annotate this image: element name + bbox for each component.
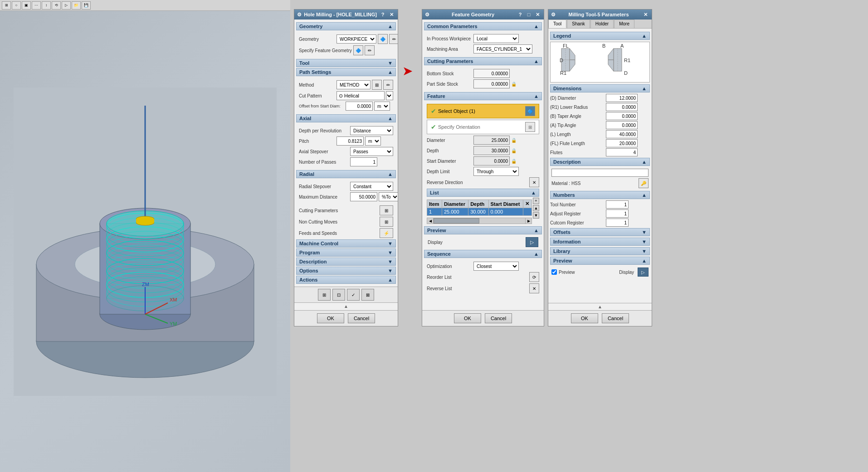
adjust-register-input[interactable] [606, 209, 629, 218]
tab-holder[interactable]: Holder [590, 19, 614, 28]
reorder-list-btn[interactable]: ⟳ [529, 272, 539, 282]
start-diameter-input[interactable] [473, 156, 510, 165]
mt-numbers-header[interactable]: Numbers ▲ [550, 191, 650, 199]
tab-more[interactable]: More [614, 19, 634, 28]
mt-dimensions-header[interactable]: Dimensions ▲ [550, 84, 650, 92]
toolbar-btn-7[interactable]: ▷ [62, 1, 71, 10]
bottom-stock-input[interactable] [473, 69, 510, 78]
hm-cancel-button[interactable]: Cancel [348, 313, 375, 323]
cut-pattern-select[interactable] [386, 91, 393, 100]
fg-ok-button[interactable]: OK [454, 313, 481, 323]
max-distance-unit[interactable]: %Tool [379, 192, 398, 201]
machining-area-select[interactable]: FACES_CYLINDER_1 [473, 44, 532, 54]
fg-display-btn[interactable]: ▷ [526, 237, 538, 247]
axial-section-header[interactable]: Axial ▲ [296, 114, 396, 122]
cutting-params-icon[interactable]: ⊞ [380, 205, 393, 215]
optimization-select[interactable]: Closest [473, 262, 519, 271]
action-btn-2[interactable]: ⊡ [332, 289, 345, 301]
toolbar-btn-3[interactable]: ▣ [22, 1, 31, 10]
select-object-btn[interactable]: ✔ Select Object (1) 🔷 [427, 104, 539, 118]
mt-information-header[interactable]: Information ▼ [550, 238, 650, 246]
method-select[interactable]: METHOD [336, 80, 371, 89]
dim-input-2[interactable] [606, 112, 638, 120]
fg-sequence-header[interactable]: Sequence ▲ [424, 250, 542, 258]
geometry-section-header[interactable]: Geometry ▲ [296, 22, 396, 30]
action-btn-1[interactable]: ⊞ [318, 289, 331, 301]
reverse-direction-btn[interactable]: ✕ [529, 177, 539, 187]
method-icon-1[interactable]: ⊞ [372, 80, 382, 90]
fg-help-icon[interactable]: ? [517, 11, 524, 18]
toolbar-btn-9[interactable]: 💾 [82, 1, 91, 10]
mt-preview-header[interactable]: Preview ▲ [550, 257, 650, 265]
dim-input-5[interactable] [606, 139, 638, 147]
tool-section-header[interactable]: Tool ▼ [296, 59, 396, 67]
mt-offsets-header[interactable]: Offsets ▼ [550, 228, 650, 236]
specify-orient-action-btn[interactable]: ⊞ [525, 122, 535, 132]
material-icon[interactable]: 🔑 [639, 178, 649, 188]
num-passes-input[interactable] [350, 157, 377, 166]
description-input[interactable] [551, 169, 649, 177]
diameter-input[interactable] [473, 136, 510, 145]
program-header[interactable]: Program ▼ [296, 248, 396, 257]
non-cutting-icon[interactable]: ⊞ [380, 217, 393, 227]
radial-stepover-select[interactable]: Constant [350, 182, 393, 191]
hm-ok-button[interactable]: OK [317, 313, 344, 323]
offset-input[interactable] [346, 102, 373, 111]
toolbar-btn-8[interactable]: 📁 [72, 1, 81, 10]
mt-display-btn[interactable]: ▷ [638, 268, 649, 277]
list-scroll-down-btn[interactable]: ▼ [533, 212, 539, 219]
geometry-icon-1[interactable]: 🔷 [378, 34, 388, 44]
toolbar-btn-6[interactable]: ⟲ [52, 1, 61, 10]
scroll-right-btn[interactable]: ▶ [525, 218, 532, 224]
offset-unit-select[interactable]: mm [374, 102, 390, 111]
specify-icon-2[interactable]: ✏ [365, 45, 375, 55]
mt-library-header[interactable]: Library ▼ [550, 247, 650, 255]
mt-close-icon[interactable]: ✕ [642, 11, 649, 18]
mt-panel-scroll[interactable]: ▲ [548, 303, 652, 310]
scroll-left-btn[interactable]: ◀ [427, 218, 434, 224]
fg-expand-icon[interactable]: □ [525, 11, 532, 18]
actions-header[interactable]: Actions ▲ [296, 276, 396, 284]
action-btn-4[interactable]: ⊠ [361, 289, 374, 301]
fg-close-icon[interactable]: ✕ [534, 11, 541, 18]
toolbar-btn-2[interactable]: ○ [12, 1, 21, 10]
geometry-icon-2[interactable]: ✏ [389, 34, 398, 44]
tab-tool[interactable]: Tool [548, 19, 566, 28]
cutcom-register-input[interactable] [606, 219, 629, 227]
mt-legend-header[interactable]: Legend ▲ [550, 32, 650, 40]
list-add-btn[interactable]: + [533, 198, 539, 204]
toolbar-btn-1[interactable]: ⊞ [2, 1, 11, 10]
description-header[interactable]: Description ▼ [296, 258, 396, 266]
select-object-action-btn[interactable]: 🔷 [525, 106, 535, 116]
depth-limit-select[interactable]: Through [473, 167, 519, 176]
tool-number-input[interactable] [606, 200, 629, 209]
fg-cutting-params-header[interactable]: Cutting Parameters ▲ [424, 57, 542, 65]
panel-scroll[interactable]: ▲ [294, 302, 398, 310]
tab-shank[interactable]: Shank [567, 19, 590, 28]
fg-common-params-header[interactable]: Common Parameters ▲ [424, 22, 542, 30]
axial-stepover-select[interactable]: Passes [350, 147, 393, 156]
depth-input[interactable] [473, 146, 510, 155]
toolbar-btn-4[interactable]: ⋯ [32, 1, 41, 10]
fg-cancel-button[interactable]: Cancel [485, 313, 512, 323]
dim-input-3[interactable] [606, 121, 638, 129]
viewport[interactable]: ⊞ ○ ▣ ⋯ ↕ ⟲ ▷ 📁 💾 [0, 0, 290, 472]
specify-orient-btn[interactable]: ✔ Specify Orientation ⊞ [427, 120, 539, 134]
fg-list-header[interactable]: List ▲ [427, 189, 539, 197]
part-side-stock-input[interactable] [473, 79, 510, 88]
fg-feature-header[interactable]: Feature ▲ [424, 92, 542, 100]
mt-cancel-button[interactable]: Cancel [602, 313, 629, 323]
action-btn-3[interactable]: ✓ [347, 289, 360, 301]
h-scrollbar[interactable]: ◀ ▶ [427, 218, 532, 224]
dim-input-0[interactable] [606, 94, 638, 102]
help-icon[interactable]: ? [379, 11, 386, 18]
close-icon[interactable]: ✕ [388, 11, 395, 18]
method-icon-2[interactable]: ✏ [383, 80, 393, 90]
pitch-input[interactable] [336, 136, 364, 146]
pitch-unit-select[interactable]: mm [365, 136, 381, 146]
in-process-select[interactable]: Local [473, 34, 519, 43]
fg-preview-header[interactable]: Preview ▲ [424, 226, 542, 234]
scroll-track[interactable] [434, 218, 525, 224]
dim-input-1[interactable] [606, 103, 638, 111]
feeds-icon[interactable]: ⚡ [380, 228, 393, 238]
